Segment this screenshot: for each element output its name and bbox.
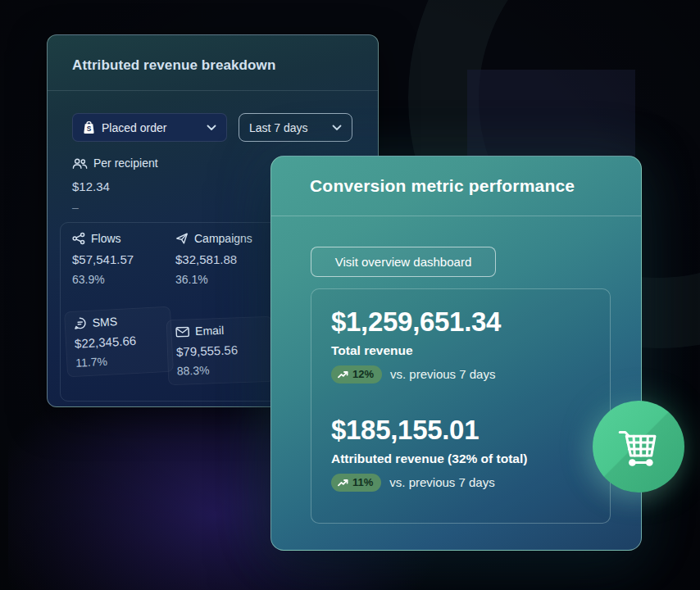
per-recipient-label: Per recipient — [93, 157, 158, 170]
metric-value: $22,345.66 — [75, 332, 164, 351]
email-icon — [175, 326, 189, 338]
growth-badge: 12% — [331, 365, 382, 384]
metric-email: Email $79,555.56 88.3% — [166, 316, 275, 385]
people-icon — [72, 157, 88, 170]
metric-percent: 36.1% — [175, 273, 282, 286]
growth-percent: 12% — [352, 368, 374, 380]
comparison-text: vs. previous 7 days — [389, 475, 494, 489]
chevron-down-icon — [332, 125, 342, 131]
metric-percent: 63.9% — [72, 273, 179, 286]
attributed-revenue-label: Attributed revenue (32% of total) — [331, 452, 590, 466]
card-divider — [271, 216, 641, 216]
visit-overview-dashboard-button[interactable]: Visit overview dashboard — [311, 247, 496, 277]
chevron-down-icon — [207, 125, 216, 131]
date-range-dropdown-label: Last 7 days — [249, 121, 308, 134]
per-recipient-sub: – — [72, 201, 79, 214]
per-recipient-row: Per recipient — [72, 157, 158, 170]
attributed-revenue-title: Attributed revenue breakdown — [72, 57, 275, 74]
attributed-revenue-stat: $185,155.01 Attributed revenue (32% of t… — [331, 415, 590, 492]
card-divider — [48, 90, 378, 91]
metric-campaigns: Campaigns $32,581.88 36.1% — [175, 232, 282, 286]
conversion-stats-box: $1,259,651.34 Total revenue 12% vs. prev… — [311, 288, 611, 524]
conversion-metric-dropdown[interactable]: S Placed order — [72, 113, 227, 142]
metric-label: Flows — [91, 232, 121, 245]
attributed-revenue-value: $185,155.01 — [331, 415, 590, 446]
metric-percent: 11.7% — [75, 352, 165, 370]
shopping-cart-bubble — [593, 401, 684, 492]
flows-icon — [72, 232, 85, 245]
metric-value: $32,581.88 — [175, 252, 282, 266]
metric-flows: Flows $57,541.57 63.9% — [72, 232, 179, 286]
metric-percent: 88.3% — [177, 361, 266, 378]
svg-text:S: S — [87, 125, 92, 133]
total-revenue-value: $1,259,651.34 — [331, 306, 590, 338]
filter-controls: S Placed order Last 7 days — [72, 113, 352, 142]
marketing-dashboard-composite: Attributed revenue breakdown S Placed or… — [0, 0, 700, 590]
growth-percent: 11% — [352, 476, 373, 488]
trending-up-icon — [338, 370, 348, 379]
metric-value: $79,555.56 — [176, 342, 266, 359]
send-icon — [175, 232, 189, 245]
per-recipient-value: $12.34 — [72, 179, 110, 193]
metric-label: Email — [195, 324, 225, 338]
sms-icon — [73, 316, 87, 330]
comparison-text: vs. previous 7 days — [390, 367, 495, 381]
metric-value: $57,541.57 — [72, 252, 179, 266]
metric-label: Campaigns — [194, 232, 252, 245]
growth-badge: 11% — [331, 474, 381, 492]
total-revenue-stat: $1,259,651.34 Total revenue 12% vs. prev… — [331, 306, 590, 384]
metric-label: SMS — [92, 315, 117, 329]
conversion-performance-title: Conversion metric performance — [310, 176, 575, 196]
date-range-dropdown[interactable]: Last 7 days — [239, 113, 352, 142]
conversion-performance-card: Conversion metric performance Visit over… — [270, 156, 642, 551]
shopping-cart-icon — [613, 424, 664, 470]
conversion-metric-dropdown-label: Placed order — [102, 121, 166, 134]
shopify-bag-icon: S — [83, 120, 95, 134]
total-revenue-label: Total revenue — [331, 343, 590, 358]
metric-sms: SMS $22,345.66 11.7% — [64, 306, 174, 378]
trending-up-icon — [338, 479, 348, 487]
